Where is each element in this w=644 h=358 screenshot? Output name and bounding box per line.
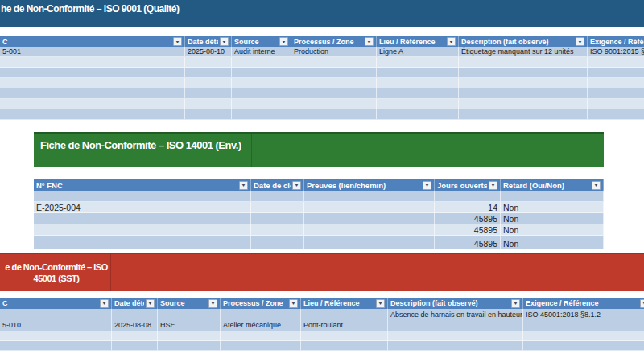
table-cell[interactable] [291, 99, 377, 109]
table-cell[interactable] [0, 109, 185, 119]
table-cell[interactable] [459, 99, 588, 109]
table-cell[interactable] [588, 57, 644, 67]
table-cell[interactable]: HSE [158, 309, 221, 331]
table-cell[interactable]: Audit interne [232, 47, 291, 56]
table-cell[interactable] [291, 57, 377, 67]
table-cell[interactable] [34, 236, 251, 249]
filter-dropdown-button[interactable]: ▼ [576, 37, 584, 46]
table-cell[interactable] [112, 331, 158, 340]
table-cell[interactable]: Atelier mécanique [221, 309, 301, 331]
table-cell[interactable] [232, 99, 291, 109]
table-cell[interactable]: 2025-08-10 [185, 47, 232, 56]
table-cell[interactable] [0, 341, 112, 350]
table-cell[interactable] [291, 109, 377, 119]
table-cell[interactable] [221, 331, 301, 340]
table-cell[interactable] [588, 68, 644, 77]
table-cell[interactable]: 2025-08-08 [112, 309, 158, 331]
table-cell[interactable] [588, 88, 644, 98]
table-cell[interactable] [34, 224, 251, 235]
table-cell[interactable]: 45895 [435, 213, 501, 224]
table-cell[interactable] [377, 57, 459, 67]
table-cell[interactable] [459, 57, 588, 67]
table-cell[interactable]: Absence de harnais en travail en hauteur [388, 309, 523, 331]
filter-dropdown-button[interactable]: ▼ [489, 181, 497, 190]
table-cell[interactable] [232, 57, 291, 67]
table-cell[interactable] [377, 68, 459, 77]
table-cell[interactable] [377, 78, 459, 88]
table-cell[interactable] [251, 224, 304, 235]
table-cell[interactable] [304, 202, 435, 212]
table-cell[interactable] [232, 68, 291, 77]
table-cell[interactable] [185, 78, 232, 88]
table-cell[interactable]: Étiquetage manquant sur 12 unités [459, 47, 588, 56]
table-cell[interactable]: Production [291, 47, 377, 56]
table-cell[interactable] [377, 88, 459, 98]
table-cell[interactable] [221, 341, 301, 350]
table-cell[interactable]: 5-001 [0, 47, 185, 56]
table-cell[interactable]: Pont-roulant [301, 309, 388, 331]
table-cell[interactable] [158, 341, 221, 350]
table-cell[interactable] [232, 78, 291, 88]
table-cell[interactable] [301, 341, 388, 350]
table-cell[interactable] [112, 341, 158, 350]
table-cell[interactable] [588, 109, 644, 119]
table-cell[interactable] [459, 88, 588, 98]
table-cell[interactable] [588, 99, 644, 109]
filter-dropdown-button[interactable]: ▼ [289, 299, 298, 308]
table-cell[interactable]: 45895 [435, 224, 501, 235]
table-cell[interactable] [291, 88, 377, 98]
table-cell[interactable] [0, 57, 185, 67]
filter-dropdown-button[interactable]: ▼ [208, 299, 217, 308]
table-cell[interactable] [232, 109, 291, 119]
table-cell[interactable] [0, 331, 112, 340]
filter-dropdown-button[interactable]: ▼ [511, 299, 520, 308]
table-cell[interactable]: Non [501, 236, 604, 249]
table-cell[interactable] [291, 78, 377, 88]
table-cell[interactable] [185, 68, 232, 77]
table-cell[interactable] [0, 78, 185, 88]
filter-dropdown-button[interactable]: ▼ [292, 181, 301, 190]
table-cell[interactable]: 45895 [435, 236, 501, 249]
table-cell[interactable] [232, 88, 291, 98]
table-cell[interactable] [377, 99, 459, 109]
table-cell[interactable] [501, 191, 604, 201]
filter-dropdown-button[interactable]: ▼ [220, 37, 229, 46]
table-cell[interactable] [459, 68, 588, 77]
table-cell[interactable] [251, 191, 304, 201]
table-cell[interactable] [0, 88, 185, 98]
table-cell[interactable]: ISO 45001:2018 §8.1.2 [523, 309, 644, 331]
table-cell[interactable] [185, 109, 232, 119]
table-cell[interactable] [588, 78, 644, 88]
filter-dropdown-button[interactable]: ▼ [640, 299, 644, 308]
filter-dropdown-button[interactable]: ▼ [376, 299, 385, 308]
table-cell[interactable] [34, 191, 251, 201]
table-cell[interactable]: E-2025-004 [34, 202, 251, 212]
filter-dropdown-button[interactable]: ▼ [592, 181, 601, 190]
table-cell[interactable] [459, 109, 588, 119]
filter-dropdown-button[interactable]: ▼ [146, 299, 155, 308]
table-cell[interactable] [0, 68, 185, 77]
table-cell[interactable] [185, 99, 232, 109]
filter-dropdown-button[interactable]: ▼ [365, 37, 374, 46]
table-cell[interactable] [185, 88, 232, 98]
table-cell[interactable] [304, 213, 435, 224]
table-cell[interactable] [304, 224, 435, 235]
table-cell[interactable]: Non [501, 213, 604, 224]
table-cell[interactable] [251, 236, 304, 249]
table-cell[interactable] [158, 331, 221, 340]
table-cell[interactable]: Ligne A [377, 47, 459, 56]
table-cell[interactable]: 5-010 [0, 309, 112, 331]
table-cell[interactable] [251, 202, 304, 212]
table-cell[interactable] [301, 331, 388, 340]
table-cell[interactable]: 14 [435, 202, 501, 212]
table-cell[interactable] [523, 331, 644, 340]
table-cell[interactable] [388, 341, 523, 350]
table-cell[interactable] [377, 109, 459, 119]
table-cell[interactable]: Non [501, 202, 604, 212]
table-cell[interactable] [435, 191, 501, 201]
filter-dropdown-button[interactable]: ▼ [423, 181, 431, 190]
filter-dropdown-button[interactable]: ▼ [239, 181, 248, 190]
table-cell[interactable] [291, 68, 377, 77]
filter-dropdown-button[interactable]: ▼ [100, 299, 109, 308]
table-cell[interactable] [388, 331, 523, 340]
